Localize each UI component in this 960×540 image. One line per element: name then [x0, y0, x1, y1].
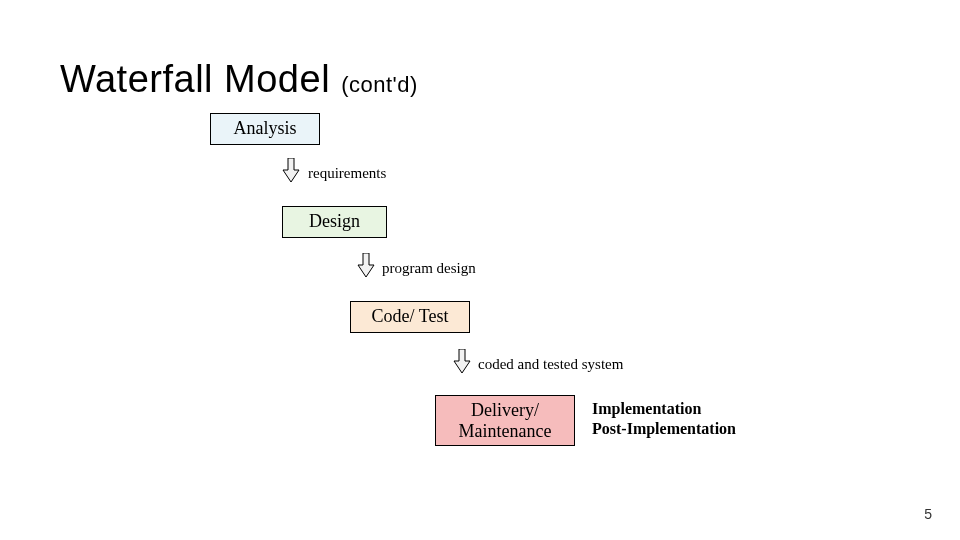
stage-code-test: Code/ Test [350, 301, 470, 333]
arrow-down-icon [452, 349, 472, 373]
arrow-down-icon [356, 253, 376, 277]
stage-delivery-line1: Delivery/ [471, 400, 539, 420]
stage-design-label: Design [309, 211, 360, 231]
implementation-note-line1: Implementation [592, 400, 701, 417]
title-main: Waterfall Model [60, 58, 341, 100]
transition-coded-tested: coded and tested system [478, 356, 623, 373]
stage-code-label: Code/ Test [372, 306, 449, 326]
stage-design: Design [282, 206, 387, 238]
stage-analysis-label: Analysis [234, 118, 297, 138]
stage-delivery-maintenance: Delivery/ Maintenance [435, 395, 575, 446]
slide-title: Waterfall Model (cont'd) [60, 58, 418, 101]
title-sub: (cont'd) [341, 72, 418, 97]
implementation-note-line2: Post-Implementation [592, 420, 736, 437]
stage-analysis: Analysis [210, 113, 320, 145]
arrow-down-icon [281, 158, 301, 182]
transition-requirements: requirements [308, 165, 386, 182]
transition-program-design: program design [382, 260, 476, 277]
stage-delivery-line2: Maintenance [459, 421, 552, 441]
implementation-note: Implementation Post-Implementation [592, 399, 736, 439]
slide-number: 5 [924, 506, 932, 522]
